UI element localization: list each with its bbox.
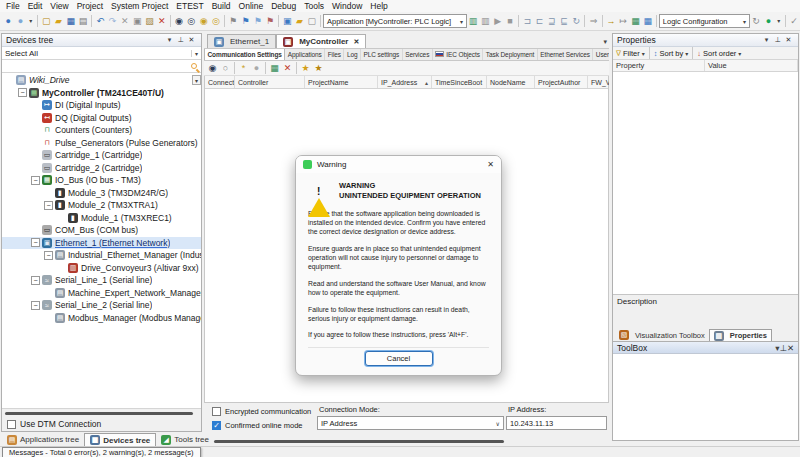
close-tab-icon[interactable]: ✕ xyxy=(353,38,359,46)
save-icon[interactable]: ▦ xyxy=(65,14,77,28)
new-file-icon[interactable]: ▢ xyxy=(40,14,52,28)
step-out-icon[interactable]: ⊒ xyxy=(546,14,558,28)
tab-devices-tree[interactable]: ▦Devices tree xyxy=(84,433,156,446)
column-fwv[interactable]: FW_V... xyxy=(588,76,609,88)
menu-view[interactable]: View xyxy=(46,1,72,11)
tree-expander-icon[interactable]: − xyxy=(31,176,40,185)
stop-icon[interactable]: ■ xyxy=(504,14,516,28)
scan-network-icon[interactable]: ◉ xyxy=(206,61,219,75)
tree-expander-icon[interactable]: − xyxy=(44,201,53,210)
cancel-button[interactable]: Cancel xyxy=(365,351,433,366)
pin-icon[interactable]: ⊥ xyxy=(779,343,786,353)
tree-expander-icon[interactable]: − xyxy=(18,88,27,97)
controller-status-icon[interactable]: ● xyxy=(762,14,774,28)
subtab-communication-settings[interactable]: Communication Settings xyxy=(204,48,285,60)
menu-online[interactable]: Online xyxy=(235,1,268,11)
menu-window[interactable]: Window xyxy=(328,1,366,11)
subtab-plc-settings[interactable]: PLC settings xyxy=(361,48,403,60)
tree-expander-icon[interactable]: − xyxy=(44,251,53,260)
tree-item-cartridge_1[interactable]: −▭Cartridge_1 (Cartridge) xyxy=(2,149,201,162)
scrollbar-thumb[interactable] xyxy=(214,440,504,443)
redo-icon[interactable]: ↷ xyxy=(106,14,118,28)
start-icon[interactable]: ▶ xyxy=(491,14,503,28)
subtab-users-and-groups[interactable]: Users and Groups xyxy=(593,48,609,60)
confirmed-online-mode-checkbox[interactable] xyxy=(212,421,221,430)
editor-horizontal-scrollbar[interactable] xyxy=(204,437,609,446)
step-over-icon[interactable]: ⊐ xyxy=(521,14,533,28)
nav-forward-icon[interactable]: ● xyxy=(14,14,26,28)
nav-dropdown-icon[interactable]: ▾ xyxy=(27,14,36,28)
cut-icon[interactable]: ✕ xyxy=(119,14,131,28)
tab-tools-tree[interactable]: ◢Tools tree xyxy=(156,433,214,446)
tree-item-industrial_ethernet_manager[interactable]: −▤Industrial_Ethernet_Manager (Industria… xyxy=(2,249,201,262)
new-window-icon[interactable]: ▢ xyxy=(306,14,318,28)
tab-visualization-toolbox[interactable]: ▧Visualization Toolbox xyxy=(615,329,709,341)
device-search-input[interactable] xyxy=(2,60,201,73)
sort-by-button[interactable]: Sort by xyxy=(659,49,683,58)
connection-mode-select[interactable]: IP Address ∨ xyxy=(317,416,504,430)
write-values-icon[interactable]: ⇒ xyxy=(587,14,599,28)
column-timesinceboot[interactable]: TimeSinceBoot xyxy=(432,76,487,88)
subtab-ethernet-services[interactable]: Ethernet Services xyxy=(538,48,594,60)
chevron-down-icon[interactable]: ▾ xyxy=(192,75,201,85)
sort-order-button[interactable]: Sort order xyxy=(703,49,736,58)
folder-dropdown-icon[interactable]: ▰ xyxy=(293,14,305,28)
toolbox-body[interactable] xyxy=(613,354,798,440)
doc-tab-mycontroller[interactable]: ▣MyController✕ xyxy=(276,34,366,48)
column-nodename[interactable]: NodeName xyxy=(487,76,535,88)
copy-icon[interactable]: ▣ xyxy=(131,14,143,28)
tree-item-module_3[interactable]: −▮Module_3 (TM3DM24R/G) xyxy=(2,187,201,200)
menu-project[interactable]: Project xyxy=(73,1,107,11)
tab-properties[interactable]: ▤Properties xyxy=(709,329,772,341)
subtab-applications[interactable]: Applications xyxy=(285,48,325,60)
subtab-files[interactable]: Files xyxy=(325,48,344,60)
flash-leds-icon[interactable]: * xyxy=(237,61,250,75)
login-icon[interactable]: ▥ xyxy=(467,14,479,28)
replace-next-icon[interactable]: ◎ xyxy=(210,14,222,28)
devices-horizontal-scrollbar[interactable] xyxy=(2,408,201,417)
tree-item-dq[interactable]: −↤DQ (Digital Outputs) xyxy=(2,112,201,125)
menu-tools[interactable]: Tools xyxy=(300,1,328,11)
tree-item-wiki_drive[interactable]: −▤Wiki_Drive▾ xyxy=(2,74,201,87)
window-icon[interactable]: ▣ xyxy=(281,14,293,28)
menu-system-project[interactable]: System Project xyxy=(107,1,172,11)
panel-menu-icon[interactable]: ▾ xyxy=(761,36,772,44)
remove-connection-icon[interactable]: ✕ xyxy=(281,61,294,75)
panel-menu-icon[interactable]: ▾ xyxy=(164,36,175,44)
properties-grid-body[interactable] xyxy=(613,72,798,294)
ip-address-input[interactable]: 10.243.11.13 xyxy=(506,416,607,430)
scrollbar-thumb[interactable] xyxy=(5,412,193,415)
property-column[interactable]: Property xyxy=(613,60,705,71)
menu-file[interactable]: File xyxy=(2,1,24,11)
bookmark-toggle-icon[interactable]: ⚑ xyxy=(227,14,239,28)
tab-list-dropdown-icon[interactable]: ▾ xyxy=(603,38,607,46)
tree-item-modbus_manager[interactable]: −▤Modbus_Manager (Modbus Manager) xyxy=(2,312,201,325)
unforce-values-icon[interactable]: ↦ xyxy=(617,14,629,28)
tab-applications-tree[interactable]: ▤Applications tree xyxy=(2,433,84,446)
refresh-list-icon[interactable]: ○ xyxy=(219,61,232,75)
column-connecti[interactable]: Connecti... xyxy=(205,76,235,88)
refresh-icon[interactable]: ↻ xyxy=(750,14,762,28)
encrypted-communication-checkbox[interactable] xyxy=(212,407,221,416)
tree-item-serial_line_2[interactable]: −≈Serial_Line_2 (Serial line) xyxy=(2,299,201,312)
subtab-log[interactable]: Log xyxy=(344,48,361,60)
subtab-iec-objects[interactable]: IEC Objects xyxy=(433,48,484,60)
show-favorites-icon[interactable]: ★ xyxy=(312,61,325,75)
tree-item-machine_expert_network_manager[interactable]: −▤Machine_Expert_Network_Manager (Machin… xyxy=(2,287,201,300)
tree-item-drive_convoyeur3[interactable]: −▥Drive_Convoyeur3 (Altivar 9xx) xyxy=(2,262,201,275)
tree-item-mycontroller[interactable]: −▦MyController (TM241CE40T/U) xyxy=(2,87,201,100)
logout-icon[interactable]: ▥ xyxy=(479,14,491,28)
controller-view-icon[interactable]: ▦ xyxy=(642,14,654,28)
undo-icon[interactable]: ↶ xyxy=(94,14,106,28)
run-to-cursor-icon[interactable]: ⊑ xyxy=(558,14,570,28)
tree-item-counters[interactable]: −⊓Counters (Counters) xyxy=(2,124,201,137)
tree-item-di[interactable]: −↦DI (Digital Inputs) xyxy=(2,99,201,112)
column-projectauthor[interactable]: ProjectAuthor xyxy=(535,76,588,88)
reset-icon[interactable]: ↻ xyxy=(570,14,582,28)
close-icon[interactable]: ✕ xyxy=(783,36,794,44)
menu-edit[interactable]: Edit xyxy=(24,1,47,11)
paste-icon[interactable]: ▨ xyxy=(143,14,155,28)
menu-debug[interactable]: Debug xyxy=(267,1,300,11)
menu-etest[interactable]: ETEST xyxy=(172,1,207,11)
bookmark-next-icon[interactable]: ⚑ xyxy=(239,14,251,28)
